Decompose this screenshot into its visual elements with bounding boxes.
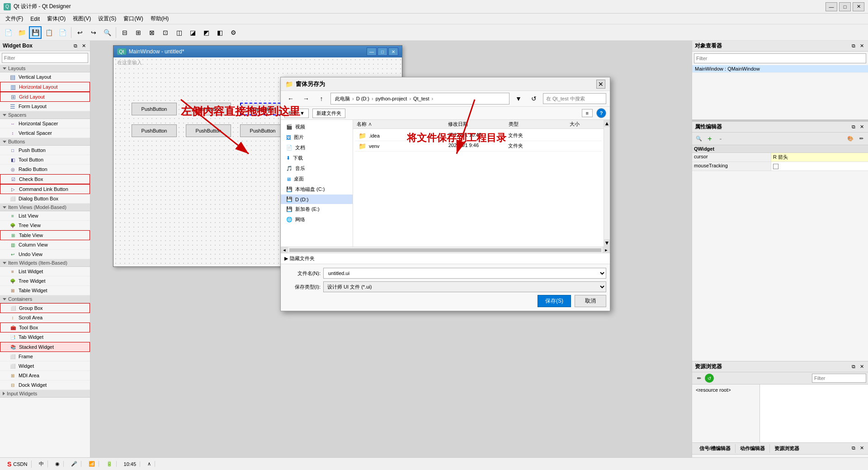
file-row-venv[interactable]: 📁 venv 2022/5/1 9:46 文件夹: [355, 141, 602, 152]
tab-action-editor[interactable]: 动作编辑器: [736, 444, 770, 453]
prop-pencil-btn[interactable]: ✏: [856, 134, 866, 144]
menu-edit[interactable]: Edit: [27, 15, 43, 23]
toolbar-paste[interactable]: 📄: [56, 26, 69, 39]
sidebar-network[interactable]: 🌐 网络: [281, 214, 353, 225]
widget-box-float[interactable]: ⧉: [72, 42, 79, 49]
dialog-up-btn[interactable]: ↑: [315, 93, 328, 104]
widget-horizontal-spacer[interactable]: ↔ Horizontal Spacer: [0, 119, 90, 128]
maximize-button[interactable]: □: [839, 2, 851, 11]
canvas-button-4[interactable]: PushButton: [132, 124, 177, 137]
sidebar-documents[interactable]: 📄 文档: [281, 142, 353, 153]
hscroll-left[interactable]: ◄: [281, 247, 288, 253]
widget-check-box[interactable]: ☑ Check Box: [0, 174, 90, 184]
sidebar-desktop[interactable]: 🖥 桌面: [281, 174, 353, 184]
category-item-views[interactable]: Item Views (Model-Based): [0, 204, 90, 211]
widget-push-button[interactable]: □ Push Button: [0, 146, 90, 155]
sidebar-pictures[interactable]: 🖼 图片: [281, 132, 353, 142]
obj-filter-input[interactable]: [694, 53, 866, 63]
widget-command-link[interactable]: ▷ Command Link Button: [0, 184, 90, 194]
menu-help[interactable]: 帮助(H): [147, 14, 173, 24]
res-browser-close[interactable]: ✕: [858, 363, 865, 370]
sidebar-local-c[interactable]: 💾 本地磁盘 (C:): [281, 184, 353, 195]
cancel-button[interactable]: 取消: [575, 295, 606, 307]
canvas-button-6[interactable]: PushButton: [240, 124, 285, 137]
res-pencil-btn[interactable]: ✏: [694, 373, 704, 383]
designer-minimize[interactable]: —: [367, 47, 377, 56]
filename-input[interactable]: untitled.ui: [323, 268, 606, 279]
toolbar-redo[interactable]: ↪: [87, 26, 100, 39]
widget-tool-box[interactable]: 🧰 Tool Box: [0, 323, 90, 332]
res-browser-float[interactable]: ⧉: [850, 363, 857, 370]
widget-vertical-spacer[interactable]: ↕ Vertical Spacer: [0, 128, 90, 138]
widget-tree-widget[interactable]: 🌳 Tree Widget: [0, 276, 90, 286]
widget-list-widget[interactable]: ≡ List Widget: [0, 267, 90, 276]
obj-inspector-float[interactable]: ⧉: [850, 43, 857, 50]
menu-window[interactable]: 窗口(W): [120, 14, 146, 24]
prop-filter-btn[interactable]: 🔍: [694, 134, 704, 144]
col-name[interactable]: 名称 ∧: [357, 121, 448, 128]
scrollbar-down[interactable]: ▼: [604, 239, 610, 247]
resource-root-item[interactable]: <resource root>: [694, 386, 758, 394]
toolbar-align6[interactable]: ◪: [186, 26, 199, 39]
prop-add-btn[interactable]: +: [705, 134, 715, 144]
signal-close[interactable]: ✕: [858, 444, 865, 451]
toolbar-zoom[interactable]: 🔍: [101, 26, 113, 39]
widget-stacked-widget[interactable]: 📚 Stacked Widget: [0, 342, 90, 352]
prop-cursor-value[interactable]: R 箭头: [771, 153, 868, 161]
dialog-close-button[interactable]: ✕: [596, 80, 605, 89]
widget-widget[interactable]: ⬜ Widget: [0, 361, 90, 371]
widget-scroll-area[interactable]: ↕ Scroll Area: [0, 313, 90, 323]
widget-column-view[interactable]: ▥ Column View: [0, 240, 90, 250]
canvas-button-1[interactable]: PushButton: [132, 103, 177, 115]
menu-file[interactable]: 文件(F): [2, 14, 27, 24]
organize-button[interactable]: 组织 ▼: [284, 109, 309, 118]
prop-mousetracking-value[interactable]: [771, 162, 868, 171]
col-date[interactable]: 修改日期: [448, 121, 509, 128]
widget-tool-button[interactable]: ◧ Tool Button: [0, 155, 90, 165]
category-containers[interactable]: Containers: [0, 295, 90, 303]
designer-maximize[interactable]: □: [377, 47, 387, 56]
sidebar-drive-e[interactable]: 💾 新加卷 (E:): [281, 204, 353, 214]
save-button[interactable]: 保存(S): [538, 295, 571, 307]
widget-group-box[interactable]: ⬜ Group Box: [0, 303, 90, 313]
widget-table-view[interactable]: ⊞ Table View: [0, 230, 90, 240]
category-buttons[interactable]: Buttons: [0, 138, 90, 146]
widget-tab-widget[interactable]: 📑 Tab Widget: [0, 332, 90, 342]
breadcrumb-pc[interactable]: 此电脑: [334, 95, 351, 102]
widget-form-layout[interactable]: ☰ Form Layout: [0, 102, 90, 111]
tab-signal-slot[interactable]: 信号/槽编辑器: [695, 444, 736, 453]
toolbar-align2[interactable]: ⊞: [132, 26, 145, 39]
hide-files-bar[interactable]: ▶ 隐藏文件夹: [281, 253, 610, 264]
dialog-dropdown-btn[interactable]: ▼: [512, 93, 525, 104]
widget-box-close[interactable]: ✕: [80, 42, 87, 49]
minimize-button[interactable]: —: [826, 2, 837, 11]
menu-settings[interactable]: 设置(S): [94, 14, 120, 24]
status-up[interactable]: ∧: [144, 461, 155, 467]
toolbar-undo[interactable]: ↩: [74, 26, 86, 39]
dialog-back-btn[interactable]: ←: [284, 93, 297, 104]
widget-grid-layout[interactable]: ⊞ Grid Layout: [0, 92, 90, 102]
view-toggle-button[interactable]: ≡: [582, 109, 593, 117]
hscroll-right[interactable]: ►: [603, 247, 610, 253]
signal-float[interactable]: ⧉: [850, 444, 857, 451]
widget-radio-button[interactable]: ◎ Radio Button: [0, 165, 90, 174]
widget-dialog-button[interactable]: ⬜ Dialog Button Box: [0, 194, 90, 204]
toolbar-open[interactable]: 📁: [15, 26, 28, 39]
filetype-select[interactable]: 设计师 UI 文件 (*.ui): [323, 281, 606, 292]
toolbar-align1[interactable]: ⊟: [118, 26, 131, 39]
help-button[interactable]: ?: [596, 108, 606, 118]
toolbar-save[interactable]: 💾: [29, 26, 42, 39]
widget-vertical-layout[interactable]: ▤ Vertical Layout: [0, 72, 90, 82]
prop-editor-close[interactable]: ✕: [858, 123, 865, 131]
category-spacers[interactable]: Spacers: [0, 111, 90, 119]
mousetracking-checkbox[interactable]: [773, 164, 778, 169]
widget-undo-view[interactable]: ↩ Undo View: [0, 250, 90, 259]
resource-filter-input[interactable]: [812, 374, 866, 383]
widget-list-view[interactable]: ≡ List View: [0, 211, 90, 221]
dialog-hscrollbar[interactable]: ◄ ►: [281, 247, 610, 253]
col-type[interactable]: 类型: [509, 121, 570, 128]
obj-inspector-close[interactable]: ✕: [858, 43, 865, 50]
designer-close[interactable]: ✕: [388, 47, 398, 56]
tab-resource-browser[interactable]: 资源浏览器: [770, 444, 804, 453]
widget-dock-widget[interactable]: ⊟ Dock Widget: [0, 380, 90, 390]
